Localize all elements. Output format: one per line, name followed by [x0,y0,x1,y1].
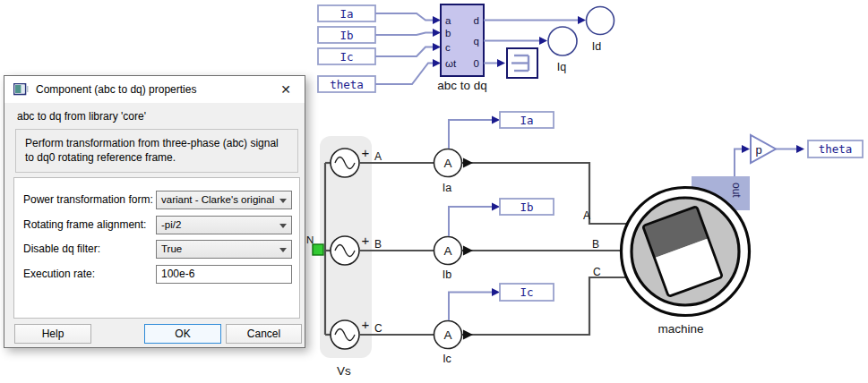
ammeter-ib[interactable]: A Ib [434,237,474,282]
phase-a-label: A [374,150,382,163]
probe-iq[interactable]: Iq [548,27,577,73]
wire-ia-tag[interactable] [449,120,492,149]
port-label-c: c [445,42,451,53]
gain-block[interactable]: p [751,135,776,163]
arrow-port-wt [433,59,441,67]
machine-label: machine [657,322,703,336]
execution-rate-input[interactable] [156,265,292,284]
arrow-into-terminator [497,59,505,67]
description-text: Perform transformation from three-phase … [25,137,279,164]
machine-block[interactable]: out machine [622,176,751,336]
arrow-into-gain [742,145,750,153]
phase-c-label: C [374,322,382,335]
probe-id-label: Id [592,40,601,53]
port-label-q: q [474,36,479,47]
vs-label: Vs [337,364,351,378]
cancel-button[interactable]: Cancel [226,324,302,344]
ammeter-glyph: A [443,328,451,342]
from-tags-group: Ia Ib Ic theta [318,5,375,92]
chevron-down-icon [279,224,287,228]
port-label-0: 0 [474,58,479,69]
goto-tag-theta-label: theta [819,142,853,156]
param-row-filter: Disable dq filter: True [23,239,292,259]
ok-button[interactable]: OK [144,324,221,344]
power-wires[interactable] [359,163,628,335]
ammeter-ia[interactable]: A Ia [434,149,474,195]
goto-tag-ia[interactable]: Ia [500,112,554,128]
probe-id[interactable]: Id [587,7,614,54]
ac-source-c[interactable] [331,320,359,349]
ammeter-ia-label: Ia [443,182,451,194]
parameters-group: Power transformation form: variant - Cla… [13,177,300,319]
ac-source-a[interactable] [331,149,359,177]
theta-signal-path[interactable]: p theta [735,135,863,176]
goto-tag-ia-label: Ia [520,114,533,127]
machine-term-c-label: C [593,266,601,278]
wire-theta-to-block[interactable] [375,64,433,85]
wire-ib-tag[interactable] [449,207,492,236]
wire-ic-to-block[interactable] [375,47,433,57]
port-label-a: a [445,15,451,26]
selected-value: True [161,243,182,254]
machine-term-b-label: B [592,238,599,251]
ac-source-b[interactable] [331,236,359,265]
probe-iq-label: Iq [557,61,566,73]
phase-b-label: B [374,238,382,251]
from-tag-ic[interactable]: Ic [318,48,375,64]
schematic-canvas: Ia Ib Ic theta a b c ωt [0,0,868,383]
plus-sign-b: + [362,233,370,248]
from-tag-ia[interactable]: Ia [318,5,375,21]
rotating-frame-alignment-select[interactable]: -pi/2 [156,216,292,234]
neutral-label: N [306,234,314,245]
vs-source-group[interactable]: + + + Vs [320,136,372,378]
chevron-down-icon [279,248,287,252]
goto-tag-ic-label: Ic [520,285,533,299]
properties-dialog: Component (abc to dq) properties ✕ abc t… [4,75,305,348]
wire-out-to-gain[interactable] [735,149,742,177]
arrow-into-ib-tag [492,203,500,211]
goto-tag-theta[interactable]: theta [808,140,863,157]
close-icon[interactable]: ✕ [276,80,296,99]
arrow-port-b [433,29,441,37]
help-button[interactable]: Help [14,324,91,344]
from-tag-ib-label: Ib [339,29,353,42]
disable-dq-filter-select[interactable]: True [156,240,292,259]
from-tag-theta[interactable]: theta [318,76,375,92]
power-transformation-form-select[interactable]: variant - Clarke's original [156,191,292,209]
ammeter-ib-label: Ib [443,268,451,281]
dialog-titlebar[interactable]: Component (abc to dq) properties ✕ [4,76,305,103]
terminator-block[interactable] [507,48,537,78]
probe-iq-body[interactable] [548,27,577,55]
from-tag-ic-label: Ic [339,50,353,64]
description-box: Perform transformation from three-phase … [15,129,298,173]
abc-to-dq-block[interactable]: a b c ωt d q 0 abc to dq [437,4,487,92]
gain-triangle-icon[interactable] [751,135,776,163]
signal-wires-inputs[interactable] [375,13,433,84]
wire-ia-to-block[interactable] [375,13,433,21]
ammeters: A Ia A Ib A Ic [434,149,474,366]
param-row-alignment: Rotating frame alignment: -pi/2 [23,215,292,234]
plus-sign-c: + [362,317,370,332]
wire-ib-to-block[interactable] [375,33,433,36]
current-arrow-icon [463,158,473,168]
gain-label: p [755,143,761,157]
ammeter-ic[interactable]: A Ic [434,321,474,366]
param-label: Execution rate: [23,268,156,280]
selected-value: -pi/2 [161,219,181,230]
probe-id-body[interactable] [587,7,614,35]
param-row-transformation: Power transformation form: variant - Cla… [23,190,292,209]
port-label-d: d [474,15,479,26]
goto-tag-ic[interactable]: Ic [500,284,554,301]
component-icon [13,83,29,96]
neutral-port-square[interactable] [313,244,323,255]
arrow-into-iq [539,37,547,45]
from-tag-ib[interactable]: Ib [318,27,375,43]
wire-ic-tag[interactable] [449,293,492,321]
plus-sign-a: + [362,145,370,160]
measurement-wires[interactable] [449,120,492,320]
arrow-into-ia-tag [492,116,500,124]
goto-tag-ib[interactable]: Ib [500,199,554,215]
library-subtitle: abc to dq from library 'core' [17,110,146,123]
arrow-into-theta-tag [796,145,804,153]
arrow-into-ic-tag [492,288,500,296]
